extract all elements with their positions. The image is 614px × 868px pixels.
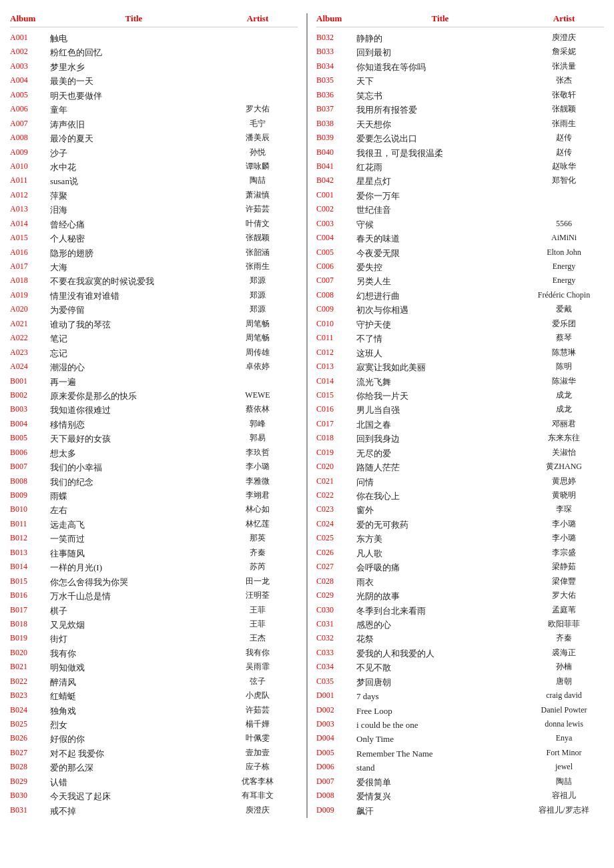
album-cell: B021 [10,661,50,675]
album-cell: B003 [10,403,50,417]
album-cell: B017 [10,604,50,618]
album-cell: B013 [10,546,50,560]
artist-cell: 应子栋 [218,761,298,775]
right-title-header: Title [356,13,524,24]
table-row: C009初次与你相遇爱戴 [316,303,604,317]
artist-cell: 邓丽君 [524,418,604,432]
title-cell: 沙子 [50,146,218,160]
album-cell: C009 [316,303,356,317]
title-cell: 谁动了我的琴弦 [50,318,218,332]
album-cell: B010 [10,503,50,517]
title-cell: 天天想你 [356,117,524,131]
table-row: A016隐形的翅膀张韶涵 [10,246,298,260]
title-cell: 大海 [50,260,218,274]
artist-cell: 赵传 [524,146,604,160]
album-cell: C010 [316,318,356,332]
artist-cell: WEWE [218,389,298,403]
table-row: C013寂寞让我如此美丽陈明 [316,360,604,374]
album-cell: B007 [10,460,50,474]
table-row: B004移情别恋郭峰 [10,418,298,432]
table-row: B009雨蝶李翊君 [10,489,298,503]
artist-cell: 陈淑华 [524,375,604,389]
table-row: B033回到最初詹采妮 [316,45,604,59]
table-row: A010水中花谭咏麟 [10,160,298,174]
table-row: A003梦里水乡 [10,60,298,74]
album-cell: A003 [10,60,50,74]
title-cell: 最美的一天 [50,74,218,88]
table-row: C030冬季到台北来看雨孟庭苇 [316,604,604,618]
title-cell: 独角戏 [50,704,218,718]
table-row: B034你知道我在等你吗张洪量 [316,60,604,74]
album-cell: C034 [316,661,356,675]
artist-cell: 庾澄庆 [524,31,604,45]
artist-cell: 5566 [524,218,604,232]
title-cell: 往事随风 [50,546,218,560]
album-cell: B018 [10,618,50,632]
album-cell: D001 [316,689,356,703]
title-cell: 守护天使 [356,318,524,332]
artist-cell: 爱乐团 [524,318,604,332]
artist-cell: 成龙 [524,389,604,403]
title-cell: 北国之春 [356,418,524,432]
title-cell: 幻想进行曲 [356,289,524,303]
table-row: A012萍聚萧淑慎 [10,189,298,203]
album-cell: B042 [316,174,356,188]
title-cell: 烈女 [50,718,218,732]
album-cell: B019 [10,632,50,646]
table-row: B021明知做戏吴雨霏 [10,661,298,675]
title-cell: 守候 [356,218,524,232]
left-album-header: Album [10,13,50,24]
title-cell: 为爱停留 [50,303,218,317]
artist-cell: 我有你 [218,646,298,661]
artist-cell: 李雅微 [218,475,298,489]
title-cell: 我知道你很难过 [50,403,218,417]
title-cell: 一样的月光(I) [50,560,218,574]
table-row: A013泪海许茹芸 [10,203,298,217]
table-row: C021问情黄思婷 [316,475,604,489]
title-cell: 情里没有谁对谁错 [50,289,218,303]
table-row: C008幻想进行曲Frédéric Chopin [316,289,604,303]
album-cell: C001 [316,189,356,203]
album-cell: C033 [316,646,356,661]
table-row: C010守护天使爱乐团 [316,318,604,332]
table-row: C019无尽的爱关淑怡 [316,446,604,460]
album-cell: C007 [316,274,356,288]
right-column: Album Title Artist B032静静的庾澄庆B033回到最初詹采妮… [313,13,607,818]
album-cell: C025 [316,532,356,546]
artist-cell: 林忆莲 [218,518,298,532]
title-cell: 又见炊烟 [50,618,218,632]
artist-cell: 郭峰 [218,418,298,432]
table-row: B024独角戏许茹芸 [10,704,298,718]
album-cell: A007 [10,117,50,131]
album-cell: A016 [10,246,50,260]
title-cell: 曾经心痛 [50,218,218,232]
album-cell: B022 [10,675,50,689]
artist-cell: 黄晓明 [524,489,604,503]
album-cell: D003 [316,718,356,732]
artist-cell: craig david [524,689,604,703]
title-cell: 今天我迟了起床 [50,789,218,803]
table-row: D0017 dayscraig david [316,689,604,703]
table-row: B028爱的那么深应子栋 [10,761,298,775]
artist-cell: 容祖儿/罗志祥 [524,804,604,818]
album-cell: D002 [316,704,356,718]
album-cell: A012 [10,189,50,203]
artist-cell: 那英 [218,532,298,546]
table-row: B002原来爱你是那么的快乐WEWE [10,389,298,403]
album-cell: C003 [316,218,356,232]
album-cell: B038 [316,117,356,131]
title-cell: 初次与你相遇 [356,303,524,317]
album-cell: A014 [10,218,50,232]
title-cell: 星星点灯 [356,174,524,188]
title-cell: 远走高飞 [50,518,218,532]
artist-cell: AiMiNi [524,232,604,246]
table-row: C007另类人生Energy [316,274,604,288]
album-cell: D007 [316,775,356,789]
artist-cell: 孙楠 [524,661,604,675]
title-cell: 另类人生 [356,274,524,288]
title-cell: 泪海 [50,203,218,217]
album-cell: A017 [10,260,50,274]
artist-cell: 吴雨霏 [218,661,298,675]
artist-cell: 王菲 [218,604,298,618]
table-row: A020为爱停留郑源 [10,303,298,317]
